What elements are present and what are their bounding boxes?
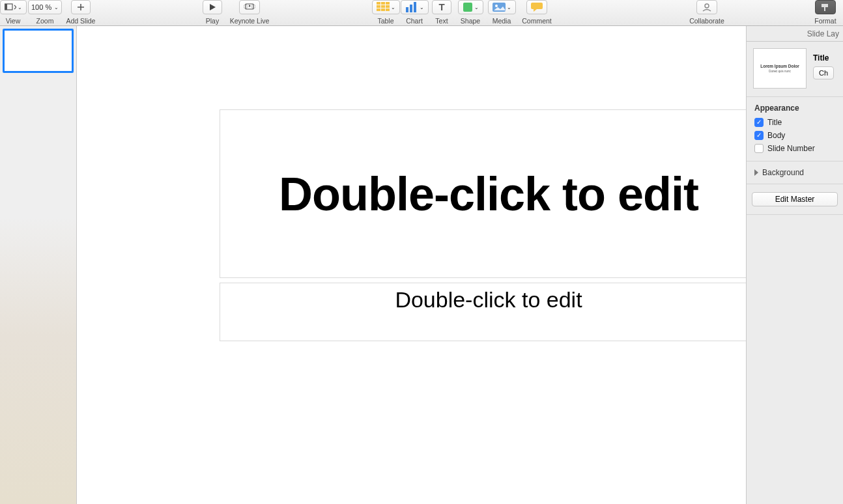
comment-button[interactable]	[526, 0, 547, 14]
slide-navigator[interactable]: 1	[0, 26, 77, 504]
add-slide-button[interactable]	[71, 0, 91, 14]
view-icon	[5, 3, 16, 11]
appearance-heading: Appearance	[754, 104, 838, 113]
title-placeholder-text: Double-click to edit	[279, 167, 698, 221]
shape-button[interactable]: ⌄	[458, 0, 483, 14]
slide-number-badge: 1	[6, 63, 10, 70]
background-disclosure[interactable]: Background	[747, 161, 843, 184]
zoom-value: 100 %	[31, 3, 51, 11]
toolbar: ⌄ View 100 % ⌄ Zoom Add Slide Play Keyno…	[0, 0, 843, 26]
title-placeholder-box[interactable]: Double-click to edit	[220, 109, 747, 278]
format-label: Format	[814, 17, 836, 25]
zoom-dropdown[interactable]: 100 % ⌄	[28, 0, 62, 14]
body-checkbox[interactable]	[754, 131, 764, 140]
zoom-label: Zoom	[36, 17, 54, 25]
slide-number-checkbox-row[interactable]: Slide Number	[754, 144, 838, 153]
play-button[interactable]	[203, 0, 222, 14]
svg-rect-13	[386, 8, 390, 11]
collaborate-label: Collaborate	[689, 17, 724, 25]
table-label: Table	[377, 17, 393, 25]
chart-button[interactable]: ⌄	[401, 0, 429, 14]
chart-icon	[405, 2, 418, 12]
svg-rect-18	[463, 3, 472, 12]
comment-label: Comment	[522, 17, 552, 25]
svg-point-22	[705, 4, 709, 8]
add-slide-label: Add Slide	[66, 17, 96, 25]
plus-icon	[77, 3, 85, 11]
svg-rect-7	[386, 2, 390, 5]
title-checkbox-row[interactable]: Title	[754, 118, 838, 127]
svg-rect-5	[377, 2, 380, 5]
svg-rect-14	[406, 7, 408, 12]
body-checkbox-row[interactable]: Body	[754, 131, 838, 140]
media-label: Media	[493, 17, 511, 25]
shape-label: Shape	[461, 17, 480, 25]
keynote-live-label: Keynote Live	[230, 17, 270, 25]
master-thumbnail[interactable]: Lorem Ipsum Dolor Donec quis nunc	[753, 48, 807, 89]
view-label: View	[6, 17, 21, 25]
text-icon: T	[436, 2, 447, 12]
slide-thumbnail-1[interactable]: 1	[3, 29, 74, 73]
media-icon	[493, 3, 506, 12]
media-button[interactable]: ⌄	[488, 0, 516, 14]
svg-rect-1	[5, 4, 7, 10]
disclosure-triangle-icon	[754, 169, 758, 176]
keynote-live-button[interactable]	[239, 0, 260, 14]
play-label: Play	[206, 17, 219, 25]
format-inspector: Slide Lay Lorem Ipsum Dolor Donec quis n…	[747, 26, 843, 504]
svg-rect-6	[381, 2, 385, 5]
comment-icon	[531, 3, 543, 12]
view-menu-button[interactable]: ⌄	[0, 0, 27, 14]
slide-canvas[interactable]: Double-click to edit Double-click to edi…	[77, 26, 747, 504]
shape-icon	[463, 2, 473, 12]
edit-master-button[interactable]: Edit Master	[752, 192, 838, 206]
svg-rect-9	[381, 5, 385, 8]
svg-text:T: T	[438, 2, 444, 12]
body-placeholder-text: Double-click to edit	[395, 287, 582, 313]
title-checkbox[interactable]	[754, 118, 764, 127]
svg-rect-8	[377, 5, 380, 8]
keynote-live-icon	[244, 3, 255, 11]
table-icon	[377, 2, 390, 12]
appearance-section: Appearance Title Body Slide Number	[747, 97, 843, 157]
inspector-tab-slide-layout[interactable]: Slide Lay	[747, 26, 843, 42]
collaborate-icon	[701, 3, 713, 12]
slide-number-checkbox[interactable]	[754, 144, 764, 153]
body-placeholder-box[interactable]: Double-click to edit	[220, 283, 747, 341]
main-area: 1 Double-click to edit Double-click to e…	[0, 26, 843, 504]
master-name-label: Title	[813, 53, 834, 63]
text-button[interactable]: T	[432, 0, 451, 14]
play-icon	[208, 3, 216, 11]
format-button[interactable]	[815, 0, 836, 14]
master-layout-row: Lorem Ipsum Dolor Donec quis nunc Title …	[747, 42, 843, 97]
svg-rect-16	[414, 2, 416, 12]
text-label: Text	[435, 17, 448, 25]
svg-rect-10	[386, 5, 390, 8]
svg-point-20	[495, 5, 498, 7]
collaborate-button[interactable]	[696, 0, 717, 14]
table-button[interactable]: ⌄	[372, 0, 400, 14]
svg-rect-11	[377, 8, 380, 11]
svg-rect-21	[531, 3, 543, 9]
svg-rect-15	[410, 5, 412, 12]
change-master-button[interactable]: Ch	[813, 66, 834, 79]
chart-label: Chart	[406, 17, 423, 25]
format-brush-icon	[820, 3, 831, 12]
svg-rect-12	[381, 8, 385, 11]
